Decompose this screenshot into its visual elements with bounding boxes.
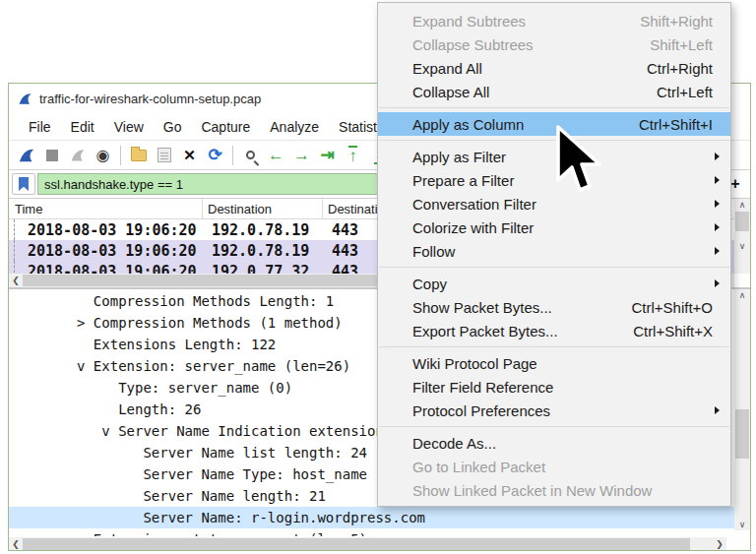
restart-capture-icon[interactable] [65,143,90,167]
submenu-arrow-icon [715,176,720,184]
menu-separator [379,346,729,347]
menu-item-label: Show Linked Packet in New Window [412,482,652,499]
menu-item-apply-as-filter[interactable]: Apply as Filter [378,145,730,168]
tree-row-selected[interactable]: Server Name: r-login.wordpress.com [9,507,734,528]
menu-item-label: Expand Subtrees [412,13,526,30]
menu-item-shortcut: Shift+Left [650,36,713,53]
menubar-item-view[interactable]: View [104,116,154,138]
tree-row-text: Server Name Type: host_name (0) [77,466,401,482]
tree-row-text: v Server Name Indication extension [77,423,384,439]
stop-capture-icon[interactable] [39,143,64,167]
menu-item-expand-subtrees[interactable]: Expand Subtrees Shift+Right [378,9,730,32]
scrollbar-thumb[interactable] [735,212,749,231]
menu-item-shortcut: Shift+Right [640,13,713,30]
go-back-icon[interactable]: ← [264,143,288,167]
menubar-item-go[interactable]: Go [154,116,192,138]
folder-shape [131,150,147,161]
tree-row-text: Server Name length: 21 [77,488,326,504]
tree-row-text: Extensions Length: 122 [77,337,276,352]
open-file-icon[interactable] [126,143,151,167]
tree-row[interactable]: > Extension: status_request (len=5) [9,528,734,536]
menu-separator [379,267,729,268]
cell-time: 2018-08-03 19:06:20 [28,221,197,239]
menu-item-protocol-preferences[interactable]: Protocol Preferences [378,399,730,422]
scroll-down-icon[interactable]: ∨ [734,240,750,252]
toolbar-separator [120,146,121,165]
tree-row-text: Type: server_name (0) [77,380,292,396]
related-packet-marker [14,240,15,261]
filter-bookmark-button[interactable] [12,173,35,195]
cell-destination: 192.0.77.32 [212,263,309,274]
menu-item-collapse-all[interactable]: Collapse All Ctrl+Left [378,80,730,103]
cell-time: 2018-08-03 19:06:20 [28,242,197,260]
menu-item-shortcut: Ctrl+Shift+I [639,116,713,133]
start-capture-icon[interactable] [14,143,38,167]
tree-row-text: Server Name: r-login.wordpress.com [77,510,425,525]
scroll-left-icon[interactable]: ❮ [9,274,23,287]
menu-item-label: Colorize with Filter [412,219,534,236]
go-first-packet-icon[interactable]: ↑ [341,143,365,167]
scrollbar-thumb[interactable] [735,409,749,459]
magnifier-shape [246,151,255,159]
menu-item-prepare-a-filter[interactable]: Prepare a Filter [378,168,730,192]
scroll-down-icon[interactable]: ∨ [734,519,750,530]
cell-destination: 192.0.78.19 [212,242,309,260]
menu-item-label: Collapse All [412,84,489,100]
scroll-right-icon[interactable]: ❯ [713,537,726,550]
column-divider[interactable] [322,199,323,219]
reload-icon[interactable]: ⟳ [203,143,227,167]
toolbar-separator [232,146,233,165]
menubar-item-capture[interactable]: Capture [191,116,260,138]
tree-row-text: v Extension: server_name (len=26) [77,358,350,374]
menubar-item-edit[interactable]: Edit [61,116,104,138]
menubar-item-file[interactable]: File [19,116,61,138]
menu-item-show-linked-packet-in-new-window[interactable]: Show Linked Packet in New Window [378,478,730,502]
column-divider[interactable] [202,199,203,219]
save-file-icon[interactable] [152,143,176,167]
column-header-time[interactable]: Time [15,202,42,216]
submenu-arrow-icon [715,406,720,414]
scroll-left-icon[interactable]: ❮ [9,537,23,550]
menu-item-follow[interactable]: Follow [378,239,730,263]
menubar-item-analyze[interactable]: Analyze [260,116,329,138]
menu-item-filter-field-reference[interactable]: Filter Field Reference [378,375,730,399]
menu-item-show-packet-bytes[interactable]: Show Packet Bytes... Ctrl+Shift+O [378,295,730,319]
menu-item-label: Apply as Column [412,116,524,133]
menu-item-collapse-subtrees[interactable]: Collapse Subtrees Shift+Left [378,32,730,56]
scrollbar-thumb[interactable] [23,538,690,550]
submenu-arrow-icon [715,247,720,255]
capture-options-icon[interactable]: ◉ [91,143,115,167]
go-to-packet-icon[interactable]: ⇥ [315,143,340,167]
scroll-up-icon[interactable]: ∧ [734,199,750,211]
column-header-destination[interactable]: Destination [208,202,272,216]
go-forward-icon[interactable]: → [289,143,314,167]
menu-item-apply-as-column[interactable]: Apply as Column Ctrl+Shift+I [378,112,730,136]
submenu-arrow-icon [715,200,720,208]
tree-row-text: Compression Methods Length: 1 [77,293,334,309]
menu-item-label: Wiki Protocol Page [412,355,537,372]
menu-separator [379,140,729,141]
menu-item-label: Conversation Filter [412,196,536,213]
find-packet-icon[interactable] [238,143,263,167]
close-file-icon[interactable]: ✕ [177,143,202,167]
menu-item-go-to-linked-packet[interactable]: Go to Linked Packet [378,455,730,478]
menu-item-export-packet-bytes[interactable]: Export Packet Bytes... Ctrl+Shift+X [378,319,730,342]
context-menu: Expand Subtrees Shift+Right Collapse Sub… [377,2,731,507]
menu-item-shortcut: Ctrl+Right [647,60,713,77]
menu-item-label: Expand All [412,60,482,77]
cell-port: 443 [332,242,358,260]
menu-item-copy[interactable]: Copy [378,272,730,295]
related-packet-marker [14,261,15,274]
cell-port: 443 [332,221,358,239]
menu-item-colorize-with-filter[interactable]: Colorize with Filter [378,215,730,239]
submenu-arrow-icon [715,153,720,160]
packet-list-vscrollbar[interactable]: ∧ ∨ [734,199,750,274]
menu-item-wiki-protocol-page[interactable]: Wiki Protocol Page [378,351,730,375]
menu-item-decode-as[interactable]: Decode As... [378,431,730,455]
window-title: traffic-for-wireshark-column-setup.pcap [39,92,261,106]
detail-vscrollbar[interactable]: ∧ ∨ [734,289,750,530]
detail-hscrollbar[interactable]: ❮ ❯ [9,537,726,550]
scroll-up-icon[interactable]: ∧ [734,289,750,301]
menu-item-conversation-filter[interactable]: Conversation Filter [378,192,730,215]
menu-item-expand-all[interactable]: Expand All Ctrl+Right [378,56,730,80]
